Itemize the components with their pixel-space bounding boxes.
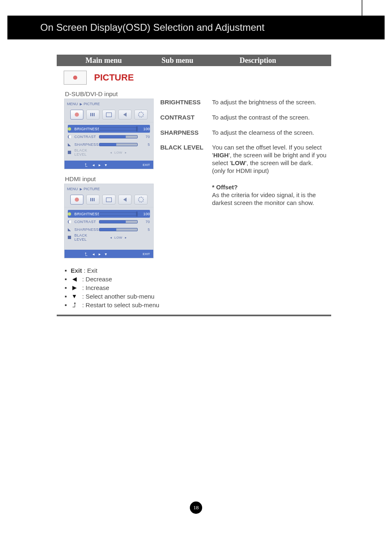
- page-title-bar: On Screen Display(OSD) Selection and Adj…: [7, 16, 385, 39]
- legend-increase-text: : Increase: [82, 283, 109, 292]
- triangle-right-icon: ▶: [71, 284, 78, 292]
- osd-exit[interactable]: EXIT: [143, 252, 150, 256]
- osd-tab-picture[interactable]: [70, 195, 83, 205]
- legend-home: ⮥ : Restart to select sub-menu: [65, 301, 159, 309]
- row-label: CONTRAST: [74, 220, 97, 224]
- speaker-icon: [123, 113, 127, 117]
- osd-exit[interactable]: EXIT: [143, 163, 150, 167]
- col-main: Main menu: [85, 56, 122, 65]
- submenu-contrast-desc: To adjust the contrast of the screen.: [212, 114, 310, 122]
- bl-post: ', the screen will be dark.: [245, 159, 313, 166]
- triangle-left-icon: ◀: [71, 275, 78, 283]
- bullet-icon: [65, 296, 67, 297]
- dsub-input-label: D-SUB/DVI-D input: [65, 90, 118, 97]
- blacklevel-value: LOW: [114, 236, 122, 239]
- osd-tab-screen[interactable]: [102, 195, 115, 205]
- triangle-right-icon[interactable]: ▸: [99, 252, 101, 256]
- section-divider: [57, 315, 331, 316]
- row-moon-icon: [68, 135, 71, 138]
- row-label: BRIGHTNESS: [74, 127, 97, 131]
- triangle-down-icon[interactable]: ▾: [105, 163, 107, 167]
- osd-tab-audio[interactable]: [118, 195, 131, 205]
- submenu-brightness-label: BRIGHTNESS: [160, 99, 212, 106]
- submenu-descriptions: BRIGHTNESS To adjust the brightness of t…: [160, 99, 331, 212]
- legend-increase: ▶ : Increase: [65, 283, 159, 292]
- row-black-icon: [68, 236, 71, 239]
- row-label: SHARPNESS: [74, 228, 97, 232]
- bars-icon: [90, 198, 95, 201]
- triangle-left-icon[interactable]: ◂: [92, 163, 95, 167]
- osd-body: BRIGHTNESS 100 CONTRAST 70 SHARPNESS 5 B…: [65, 207, 153, 243]
- page-title: On Screen Display(OSD) Selection and Adj…: [40, 22, 265, 33]
- legend: Exit : Exit ◀ : Decrease ▶ : Increase ▼ …: [65, 266, 159, 309]
- brightness-slider[interactable]: [99, 127, 138, 131]
- osd-tab-picture[interactable]: [70, 110, 83, 120]
- brightness-slider[interactable]: [99, 212, 138, 216]
- triangle-right-icon[interactable]: ▸: [99, 163, 101, 167]
- hdmi-input-label: HDMI input: [65, 175, 96, 182]
- osd-crumb-picture: PICTURE: [84, 187, 100, 191]
- osd-tab-color[interactable]: [86, 195, 99, 205]
- osd-row-brightness[interactable]: BRIGHTNESS 100: [68, 210, 150, 218]
- osd-row-sharpness[interactable]: SHARPNESS 5: [68, 225, 150, 233]
- triangle-left-icon[interactable]: ◂: [92, 252, 95, 256]
- osd-row-contrast[interactable]: CONTRAST 70: [68, 133, 150, 140]
- legend-decrease-text: : Decrease: [82, 275, 112, 283]
- row-label: SHARPNESS: [74, 143, 97, 147]
- bullet-icon: [65, 270, 67, 271]
- osd-footer: ⮤ ◂ ▸ ▾ EXIT: [65, 161, 153, 169]
- contrast-slider[interactable]: [99, 220, 138, 223]
- contrast-slider[interactable]: [99, 135, 138, 138]
- row-sun-icon: [68, 212, 71, 216]
- osd-row-blacklevel[interactable]: BLACK LEVEL ◂ LOW ▸: [68, 148, 150, 156]
- osd-tab-audio[interactable]: [118, 110, 131, 120]
- row-value: 5: [139, 143, 150, 147]
- blacklevel-value-toggle[interactable]: ◂ LOW ▸: [99, 151, 138, 154]
- osd-crumb-menu: MENU: [67, 102, 78, 106]
- triangle-left-icon: ◂: [110, 151, 112, 154]
- legend-home-text: : Restart to select sub-menu: [82, 301, 159, 309]
- osd-tab-setup[interactable]: [134, 110, 148, 120]
- osd-breadcrumb: MENU ▶ PICTURE: [65, 99, 153, 109]
- submenu-sharpness-label: SHARPNESS: [160, 129, 212, 137]
- bl-high: HIGH: [213, 152, 229, 159]
- page-top-rule: [362, 0, 362, 16]
- legend-exit: Exit : Exit: [65, 266, 159, 275]
- home-icon[interactable]: ⮤: [84, 163, 88, 167]
- row-label: BRIGHTNESS: [74, 212, 97, 216]
- row-value: 100: [139, 212, 150, 216]
- osd-tab-row: [65, 194, 153, 207]
- bullet-icon: [65, 287, 67, 289]
- osd-crumb-picture: PICTURE: [84, 102, 100, 106]
- triangle-right-icon: ▶: [80, 187, 82, 191]
- sharpness-slider[interactable]: [99, 143, 138, 146]
- osd-tab-screen[interactable]: [102, 110, 115, 120]
- gear-icon: [138, 112, 144, 117]
- submenu-sharpness-desc: To adjust the clearness of the screen.: [212, 129, 314, 137]
- osd-tab-row: [65, 109, 153, 122]
- submenu-contrast-label: CONTRAST: [160, 114, 212, 122]
- page-number-badge: 18: [190, 501, 202, 514]
- osd-tab-color[interactable]: [86, 110, 99, 120]
- triangle-down-icon: ▼: [71, 292, 78, 301]
- sharpness-slider[interactable]: [99, 228, 138, 231]
- osd-row-contrast[interactable]: CONTRAST 70: [68, 218, 150, 225]
- bars-icon: [90, 113, 95, 116]
- row-value: 5: [139, 228, 150, 232]
- triangle-down-icon[interactable]: ▾: [105, 252, 107, 256]
- triangle-right-icon: ▸: [125, 236, 127, 239]
- picture-icon-box: [64, 71, 87, 85]
- osd-row-sharpness[interactable]: SHARPNESS 5: [68, 140, 150, 148]
- osd-panel-hdmi: MENU ▶ PICTURE BRIGHTNESS 100 CONTRAST 7…: [64, 184, 154, 258]
- osd-row-brightness[interactable]: BRIGHTNESS 100: [68, 125, 150, 133]
- blacklevel-value-toggle[interactable]: ◂ LOW ▸: [99, 236, 138, 239]
- monitor-icon: [106, 198, 112, 202]
- legend-exit-bold: Exit: [71, 267, 82, 274]
- triangle-right-icon: ▶: [80, 102, 82, 106]
- osd-tab-setup[interactable]: [134, 195, 148, 205]
- osd-row-blacklevel[interactable]: BLACK LEVEL ◂ LOW ▸: [68, 233, 150, 241]
- home-icon[interactable]: ⮤: [84, 252, 88, 256]
- row-sun-icon: [68, 127, 71, 131]
- submenu-blacklevel-label: BLACK LEVEL: [160, 144, 212, 207]
- row-label: BLACK LEVEL: [74, 148, 97, 156]
